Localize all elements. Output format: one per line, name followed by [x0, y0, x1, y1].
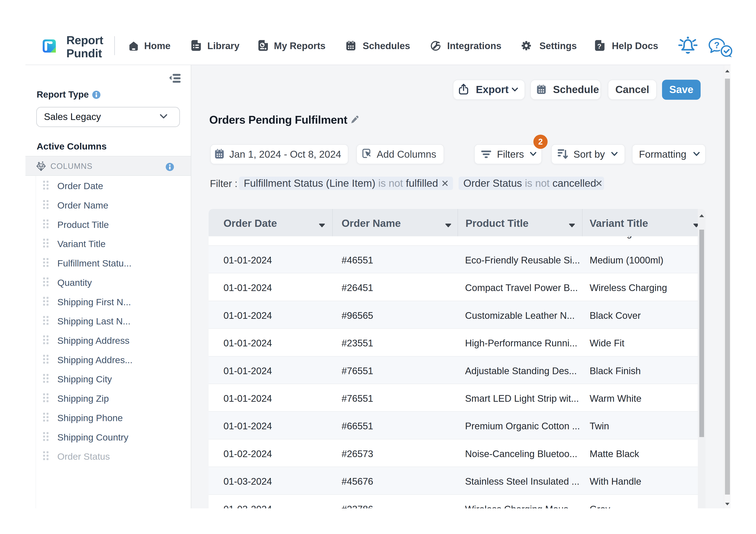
svg-text:?: ?	[597, 42, 602, 50]
svg-text:?: ?	[714, 40, 719, 50]
